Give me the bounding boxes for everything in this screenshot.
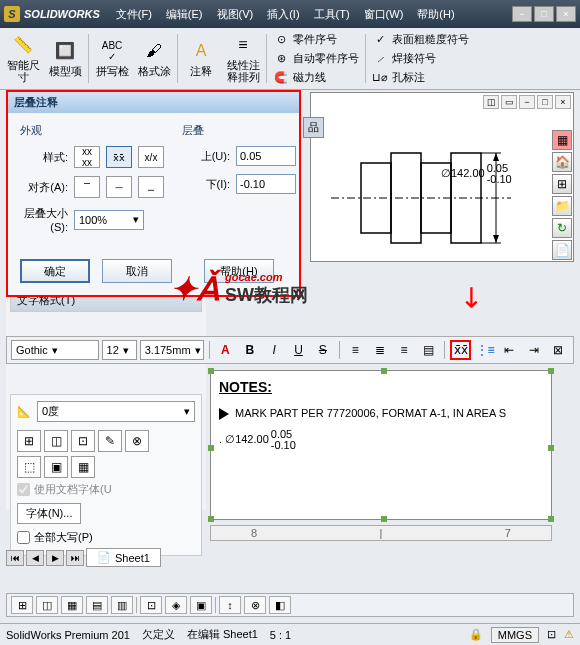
menu-window[interactable]: 窗口(W) [358, 5, 410, 24]
spellcheck-button[interactable]: ABC✓拼写检 [91, 30, 133, 86]
align-left-button[interactable]: ≡ [345, 340, 366, 360]
align-top[interactable]: ⎺ [74, 176, 100, 198]
side-btn-5[interactable]: ↻ [552, 218, 572, 238]
lp-icon-2[interactable]: ◫ [44, 430, 68, 452]
format-painter-button[interactable]: 🖌格式涂 [133, 30, 175, 86]
menu-insert[interactable]: 插入(I) [261, 5, 305, 24]
down-input[interactable] [236, 174, 296, 194]
bb-1[interactable]: ⊞ [11, 596, 33, 614]
align-center-button[interactable]: ≣ [369, 340, 390, 360]
menubar: S SOLIDWORKS 文件(F) 编辑(E) 视图(V) 插入(I) 工具(… [0, 0, 580, 28]
width-select[interactable]: 3.175mm [140, 340, 204, 360]
lp-icon-1[interactable]: ⊞ [17, 430, 41, 452]
maximize-button[interactable]: □ [534, 6, 554, 22]
canvas-btn-1[interactable]: ◫ [483, 95, 499, 109]
bb-4[interactable]: ▤ [86, 596, 108, 614]
lp-icon-8[interactable]: ▦ [71, 456, 95, 478]
bold-b-button[interactable]: B [239, 340, 260, 360]
indent-right-button[interactable]: ⇥ [523, 340, 544, 360]
up-input[interactable] [236, 146, 296, 166]
side-btn-3[interactable]: ⊞ [552, 174, 572, 194]
menu-file[interactable]: 文件(F) [110, 5, 158, 24]
drawing-canvas[interactable]: 品 ◫ ▭ − □ × ∅142.000.05-0.10 [310, 92, 574, 262]
tab-next[interactable]: ▶ [46, 550, 64, 566]
close-button[interactable]: × [556, 6, 576, 22]
canvas-minimize[interactable]: − [519, 95, 535, 109]
lp-icon-7[interactable]: ▣ [44, 456, 68, 478]
stack-button[interactable]: x̄x̄ [450, 340, 471, 360]
font-select[interactable]: Gothic [11, 340, 99, 360]
angle-select[interactable]: 0度 [37, 401, 195, 422]
indent-left-button[interactable]: ⇤ [499, 340, 520, 360]
linear-note-button[interactable]: ≡线性注释排列 [222, 30, 264, 86]
side-btn-6[interactable]: 📄 [552, 240, 572, 260]
use-doc-font-check[interactable]: 使用文档字体(U [17, 482, 195, 497]
status-units[interactable]: MMGS [491, 627, 539, 643]
menu-tools[interactable]: 工具(T) [308, 5, 356, 24]
hole-callout-button[interactable]: ⊔⌀孔标注 [372, 69, 469, 87]
align-middle[interactable]: ─ [106, 176, 132, 198]
tab-last[interactable]: ⏭ [66, 550, 84, 566]
align-bottom[interactable]: ⎽ [138, 176, 164, 198]
angle-icon: 📐 [17, 405, 31, 418]
tab-first[interactable]: ⏮ [6, 550, 24, 566]
smart-dimension-button[interactable]: 📏智能尺寸 [2, 30, 44, 86]
status-icon-1[interactable]: 🔒 [469, 628, 483, 641]
lp-icon-5[interactable]: ⊗ [125, 430, 149, 452]
bb-2[interactable]: ◫ [36, 596, 58, 614]
side-home[interactable]: 🏠 [552, 152, 572, 172]
lp-icon-6[interactable]: ⬚ [17, 456, 41, 478]
bb-11[interactable]: ◧ [269, 596, 291, 614]
sheet-tab[interactable]: 📄Sheet1 [86, 548, 161, 567]
style-option-3[interactable]: x/x [138, 146, 164, 168]
canvas-btn-2[interactable]: ▭ [501, 95, 517, 109]
canvas-close[interactable]: × [555, 95, 571, 109]
toolbar-close[interactable]: ⊠ [548, 340, 569, 360]
notes-area[interactable]: NOTES: MARK PART PER 77720006, FORMAT A-… [210, 370, 552, 520]
menu-edit[interactable]: 编辑(E) [160, 5, 209, 24]
bold-button[interactable]: A [215, 340, 236, 360]
surface-finish-button[interactable]: ✓表面粗糙度符号 [372, 31, 469, 49]
strike-button[interactable]: S [312, 340, 333, 360]
menu-view[interactable]: 视图(V) [211, 5, 260, 24]
size-combo[interactable]: 100% [74, 210, 144, 230]
bb-9[interactable]: ↕ [219, 596, 241, 614]
italic-button[interactable]: I [263, 340, 284, 360]
side-btn-1[interactable]: ▦ [552, 130, 572, 150]
status-icon-2[interactable]: ⊡ [547, 628, 556, 641]
cancel-button[interactable]: 取消 [102, 259, 172, 283]
bb-7[interactable]: ◈ [165, 596, 187, 614]
model-items-button[interactable]: 🔲模型项 [44, 30, 86, 86]
bb-10[interactable]: ⊗ [244, 596, 266, 614]
canvas-tab[interactable]: 品 [303, 117, 324, 138]
size-label: 层叠大小(S): [20, 206, 68, 233]
auto-balloon-button[interactable]: ⊛自动零件序号 [273, 50, 359, 68]
align-right-button[interactable]: ≡ [393, 340, 414, 360]
all-caps-check[interactable]: 全部大写(P) [17, 530, 195, 545]
justify-button[interactable]: ▤ [418, 340, 439, 360]
bb-8[interactable]: ▣ [190, 596, 212, 614]
tab-prev[interactable]: ◀ [26, 550, 44, 566]
minimize-button[interactable]: − [512, 6, 532, 22]
weld-symbol-button[interactable]: ⟋焊接符号 [372, 50, 469, 68]
note-button[interactable]: A注释 [180, 30, 222, 86]
fontsize-select[interactable]: 12 [102, 340, 137, 360]
font-button[interactable]: 字体(N)... [17, 503, 81, 524]
menu-help[interactable]: 帮助(H) [411, 5, 460, 24]
magnetic-line-button[interactable]: 🧲磁力线 [273, 69, 359, 87]
underline-button[interactable]: U [288, 340, 309, 360]
numbered-list-button[interactable]: ⋮≡ [474, 340, 495, 360]
style-option-1[interactable]: xxxx [74, 146, 100, 168]
lp-icon-4[interactable]: ✎ [98, 430, 122, 452]
side-folder[interactable]: 📁 [552, 196, 572, 216]
bb-5[interactable]: ▥ [111, 596, 133, 614]
status-icon-3[interactable]: ⚠ [564, 628, 574, 641]
bb-6[interactable]: ⊡ [140, 596, 162, 614]
balloon-button[interactable]: ⊙零件序号 [273, 31, 359, 49]
sheet-tabs: ⏮ ◀ ▶ ⏭ 📄Sheet1 [6, 548, 161, 567]
ok-button[interactable]: 确定 [20, 259, 90, 283]
style-option-2[interactable]: x̄x̄ [106, 146, 132, 168]
bb-3[interactable]: ▦ [61, 596, 83, 614]
lp-icon-3[interactable]: ⊡ [71, 430, 95, 452]
canvas-maximize[interactable]: □ [537, 95, 553, 109]
